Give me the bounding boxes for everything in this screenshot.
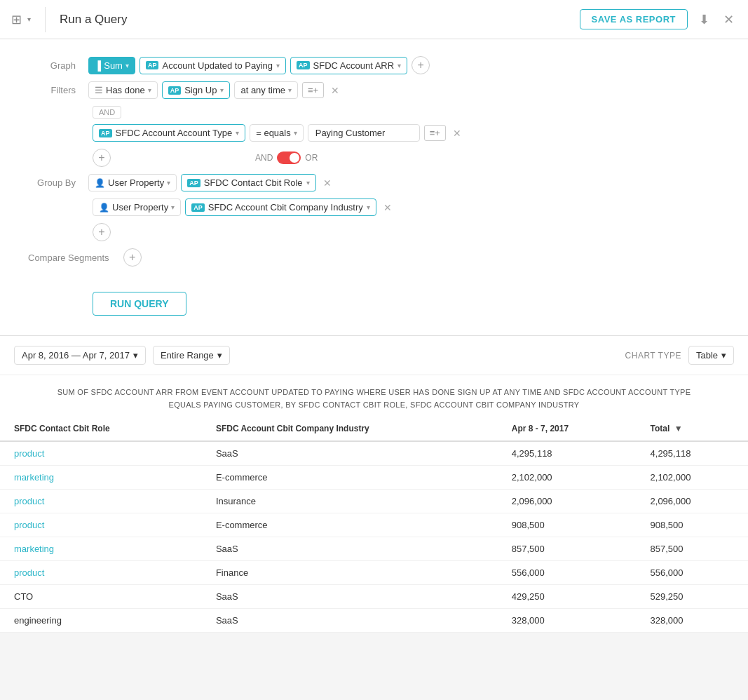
date-range-label: Apr 8, 2016 — Apr 7, 2017	[22, 350, 130, 361]
industry-cell: SaaS	[202, 441, 498, 466]
role-cell[interactable]: product	[0, 513, 202, 537]
group-by-label: Group By	[28, 177, 84, 188]
paying-customer-input[interactable]: Paying Customer	[308, 124, 420, 142]
remove-group1-button[interactable]: ✕	[320, 176, 334, 190]
toggle-knob	[290, 153, 299, 163]
grid-icon[interactable]: ⊞	[11, 12, 22, 27]
col4-header[interactable]: Total ▼	[637, 417, 748, 441]
sum-chevron-icon: ▾	[125, 62, 129, 69]
role-cell[interactable]: product	[0, 561, 202, 585]
divider	[45, 7, 46, 32]
role-cell[interactable]: product	[0, 490, 202, 513]
and-or-toggle: AND OR	[255, 152, 318, 164]
download-button[interactable]: ⬇	[696, 9, 712, 30]
industry-cell: E-commerce	[202, 513, 498, 537]
add-filter2-button[interactable]: ≡+	[424, 125, 446, 141]
top-bar-left: ⊞ ▾ Run a Query	[11, 7, 127, 32]
remove-filter2-button[interactable]: ✕	[450, 126, 464, 140]
remove-filter-button[interactable]: ✕	[328, 83, 342, 97]
user-property-chip2[interactable]: 👤 User Property ▾	[93, 198, 181, 216]
top-bar-right: SAVE AS REPORT ⬇ ✕	[580, 9, 737, 30]
date-range-button[interactable]: Apr 8, 2016 — Apr 7, 2017 ▾	[14, 346, 146, 365]
graph-row: Graph ▐ Sum ▾ AP Account Updated to Payi…	[28, 56, 720, 74]
chart-type-value: Table	[696, 350, 718, 361]
col1-header: SFDC Contact Cbit Role	[0, 417, 202, 441]
entire-range-button[interactable]: Entire Range ▾	[153, 346, 230, 365]
has-done-label: Has done	[106, 85, 145, 95]
sfdc-account-chip[interactable]: AP SFDC Account Account Type ▾	[93, 124, 245, 142]
sum-chip[interactable]: ▐ Sum ▾	[88, 57, 135, 74]
data-table: SFDC Contact Cbit Role SFDC Account Cbit…	[0, 417, 748, 633]
apr-cell: 4,295,118	[498, 441, 637, 466]
total-cell: 556,000	[637, 561, 748, 585]
sign-up-chevron-icon: ▾	[220, 86, 224, 94]
save-report-button[interactable]: SAVE AS REPORT	[580, 9, 688, 29]
total-cell: 2,102,000	[637, 466, 748, 490]
event1-badge: AP	[146, 61, 159, 69]
total-cell: 2,096,000	[637, 490, 748, 513]
entire-range-chevron-icon: ▾	[217, 350, 222, 361]
and-or-toggle-switch[interactable]	[277, 152, 301, 164]
has-done-chevron-icon: ▾	[148, 86, 151, 94]
add-filter-button[interactable]: ≡+	[302, 82, 324, 98]
filters-row: Filters ☰ Has done ▾ AP Sign Up ▾ at any…	[28, 81, 720, 99]
role-cell: CTO	[0, 585, 202, 609]
has-done-chip[interactable]: ☰ Has done ▾	[88, 81, 158, 99]
table-row: marketingSaaS857,500857,500	[0, 537, 748, 561]
role-cell[interactable]: product	[0, 441, 202, 466]
table-row: productInsurance2,096,0002,096,000	[0, 490, 748, 513]
industry-cell: Finance	[202, 561, 498, 585]
results-area: Apr 8, 2016 — Apr 7, 2017 ▾ Entire Range…	[0, 336, 748, 633]
remove-group2-button[interactable]: ✕	[381, 201, 395, 215]
run-query-button[interactable]: RUN QUERY	[93, 292, 186, 316]
sfdc-industry-label: SFDC Account Cbit Company Industry	[208, 202, 363, 213]
table-body: productSaaS4,295,1184,295,118marketingE-…	[0, 441, 748, 633]
chart-type-label: CHART TYPE	[625, 351, 681, 361]
add-and-or-row: + AND OR	[93, 149, 720, 167]
event1-chip[interactable]: AP Account Updated to Paying ▾	[140, 57, 286, 74]
query-desc-line2: EQUALS PAYING CUSTOMER, BY SFDC CONTACT …	[28, 399, 720, 412]
top-bar: ⊞ ▾ Run a Query SAVE AS REPORT ⬇ ✕	[0, 0, 748, 39]
query-description: SUM OF SFDC ACCOUNT ARR FROM EVENT ACCOU…	[0, 375, 748, 417]
sfdc-contact-badge: AP	[187, 179, 200, 187]
apr-cell: 908,500	[498, 513, 637, 537]
sfdc-industry-chip[interactable]: AP SFDC Account Cbit Company Industry ▾	[185, 198, 376, 216]
chart-type-select[interactable]: Table ▾	[688, 346, 734, 365]
sign-up-chip[interactable]: AP Sign Up ▾	[162, 81, 231, 99]
sfdc-contact-chip[interactable]: AP SFDC Contact Cbit Role ▾	[181, 174, 315, 191]
and-or-and-label: AND	[255, 153, 273, 163]
add-group-button[interactable]: +	[93, 223, 111, 241]
apr-cell: 2,096,000	[498, 490, 637, 513]
query-area: Graph ▐ Sum ▾ AP Account Updated to Payi…	[0, 39, 748, 336]
event2-chip[interactable]: AP SFDC Account ARR ▾	[290, 57, 407, 74]
equals-chip[interactable]: = equals ▾	[250, 124, 304, 142]
apr-cell: 328,000	[498, 609, 637, 633]
sort-arrow-icon: ▼	[674, 424, 683, 433]
compare-segments-row: Compare Segments +	[28, 248, 720, 267]
col2-header: SFDC Account Cbit Company Industry	[202, 417, 498, 441]
table-row: productFinance556,000556,000	[0, 561, 748, 585]
col3-header: Apr 8 - 7, 2017	[498, 417, 637, 441]
user-property-chevron2-icon: ▾	[171, 203, 175, 211]
equals-label: = equals	[256, 128, 291, 138]
add-graph-item-button[interactable]: +	[412, 56, 430, 74]
industry-cell: Insurance	[202, 490, 498, 513]
nav-chevron-icon[interactable]: ▾	[27, 15, 31, 23]
add-segment-button[interactable]: +	[123, 248, 142, 267]
total-cell: 328,000	[637, 609, 748, 633]
apr-cell: 857,500	[498, 537, 637, 561]
event2-badge: AP	[297, 61, 310, 69]
add-condition-button[interactable]: +	[93, 149, 111, 167]
at-any-time-chip[interactable]: at any time ▾	[234, 81, 298, 99]
apr-cell: 2,102,000	[498, 466, 637, 490]
event2-label: SFDC Account ARR	[313, 60, 395, 71]
close-button[interactable]: ✕	[721, 9, 737, 30]
entire-range-label: Entire Range	[161, 350, 214, 361]
sfdc-contact-label: SFDC Contact Cbit Role	[204, 177, 303, 188]
event-icon: ☰	[95, 85, 103, 95]
and-or-or-label: OR	[305, 153, 318, 163]
role-cell[interactable]: marketing	[0, 466, 202, 490]
industry-cell: E-commerce	[202, 466, 498, 490]
role-cell[interactable]: marketing	[0, 537, 202, 561]
user-property-chip1[interactable]: 👤 User Property ▾	[88, 174, 177, 191]
